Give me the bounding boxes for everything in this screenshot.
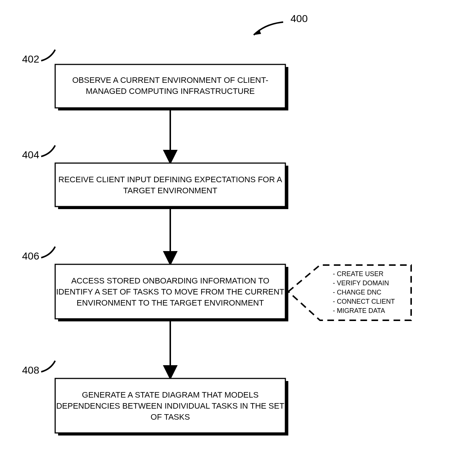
step-404-label: 404 <box>22 145 55 161</box>
svg-text:TARGET ENVIRONMENT: TARGET ENVIRONMENT <box>123 186 217 195</box>
svg-text:ACCESS STORED ONBOARDING INFOR: ACCESS STORED ONBOARDING INFORMATION TO <box>71 276 270 285</box>
svg-text:OBSERVE A CURRENT ENVIRONMENT : OBSERVE A CURRENT ENVIRONMENT OF CLIENT- <box>72 75 268 85</box>
svg-text:- MIGRATE DATA: - MIGRATE DATA <box>333 307 385 314</box>
svg-text:402: 402 <box>22 53 39 65</box>
step-402-box: OBSERVE A CURRENT ENVIRONMENT OF CLIENT-… <box>55 64 288 110</box>
step-408-box: GENERATE A STATE DIAGRAM THAT MODELS DEP… <box>55 378 288 436</box>
step-402-label: 402 <box>22 50 55 65</box>
step-408-label: 408 <box>22 361 55 376</box>
svg-text:MANAGED COMPUTING INFRASTRUCTU: MANAGED COMPUTING INFRASTRUCTURE <box>86 87 255 96</box>
svg-rect-3 <box>55 64 285 108</box>
step-404-box: RECEIVE CLIENT INPUT DEFINING EXPECTATIO… <box>55 163 288 209</box>
svg-text:- CONNECT CLIENT: - CONNECT CLIENT <box>333 298 395 305</box>
step-406-label: 406 <box>22 247 55 262</box>
svg-text:404: 404 <box>22 149 39 161</box>
svg-text:406: 406 <box>22 250 39 262</box>
svg-text:DEPENDENCIES BETWEEN INDIVIDUA: DEPENDENCIES BETWEEN INDIVIDUAL TASKS IN… <box>56 401 284 410</box>
svg-text:OF TASKS: OF TASKS <box>151 412 190 422</box>
svg-text:408: 408 <box>22 364 39 376</box>
svg-text:- CREATE USER: - CREATE USER <box>333 270 384 278</box>
svg-text:GENERATE A STATE DIAGRAM THAT : GENERATE A STATE DIAGRAM THAT MODELS <box>82 390 259 399</box>
callout-box: - CREATE USER - VERIFY DOMAIN - CHANGE D… <box>288 265 411 320</box>
svg-rect-8 <box>55 163 285 207</box>
step-406-box: ACCESS STORED ONBOARDING INFORMATION TO … <box>55 264 288 321</box>
svg-text:ENVIRONMENT TO THE TARGET ENVI: ENVIRONMENT TO THE TARGET ENVIRONMENT <box>76 298 264 307</box>
svg-text:- CHANGE DNC: - CHANGE DNC <box>333 289 381 296</box>
svg-text:- VERIFY DOMAIN: - VERIFY DOMAIN <box>333 279 389 287</box>
figure-number: 400 <box>291 13 308 24</box>
figure-number-pointer <box>254 22 283 35</box>
svg-text:RECEIVE CLIENT INPUT DEFINING : RECEIVE CLIENT INPUT DEFINING EXPECTATIO… <box>58 175 282 184</box>
svg-text:IDENTIFY A SET OF TASKS TO MOV: IDENTIFY A SET OF TASKS TO MOVE FROM THE… <box>56 287 285 296</box>
